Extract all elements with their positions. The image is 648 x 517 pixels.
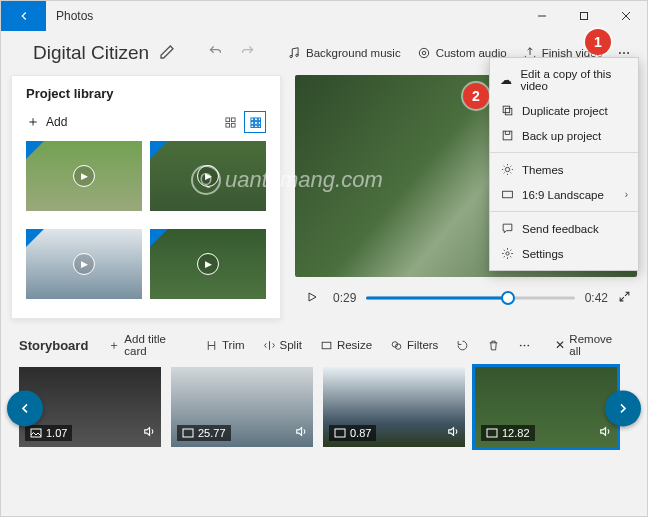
storyboard-strip: 1.07 25.77 0.87 12.82 xyxy=(1,365,647,459)
plus-icon: ＋ xyxy=(108,338,120,353)
svg-rect-12 xyxy=(231,123,235,127)
menu-aspect-label: 16:9 Landscape xyxy=(522,189,604,201)
rotate-icon xyxy=(456,339,469,352)
storyboard-clip[interactable]: 0.87 xyxy=(323,367,465,447)
play-icon: ▶ xyxy=(197,165,219,187)
video-icon xyxy=(182,428,194,438)
bg-music-label: Background music xyxy=(306,47,401,59)
fullscreen-button[interactable] xyxy=(618,290,631,306)
undo-button[interactable] xyxy=(203,44,227,62)
aspect-icon xyxy=(500,188,514,201)
clip-duration: 12.82 xyxy=(502,427,530,439)
resize-button[interactable]: Resize xyxy=(314,339,378,352)
menu-themes[interactable]: Themes xyxy=(490,152,638,182)
menu-feedback-label: Send feedback xyxy=(522,223,599,235)
svg-point-2 xyxy=(290,55,292,57)
svg-rect-37 xyxy=(502,191,512,198)
grid-small-icon xyxy=(225,117,236,128)
svg-rect-13 xyxy=(250,117,253,120)
storyboard-clip[interactable]: 25.77 xyxy=(171,367,313,447)
svg-rect-30 xyxy=(183,429,193,437)
sound-icon xyxy=(446,425,459,441)
back-button[interactable] xyxy=(1,1,46,31)
trim-icon xyxy=(205,339,218,352)
trash-icon xyxy=(487,339,500,352)
play-icon: ▶ xyxy=(73,165,95,187)
delete-button[interactable] xyxy=(481,339,506,352)
minimize-button[interactable] xyxy=(521,1,563,31)
svg-rect-17 xyxy=(254,121,257,124)
svg-rect-35 xyxy=(503,131,512,140)
play-button[interactable] xyxy=(301,291,323,306)
plus-icon: ＋ xyxy=(26,113,40,131)
music-icon xyxy=(287,46,301,60)
cloud-icon: ☁ xyxy=(500,73,512,87)
copy-icon xyxy=(500,104,514,117)
svg-rect-19 xyxy=(250,125,253,127)
add-media-button[interactable]: ＋ Add xyxy=(26,113,67,131)
svg-rect-33 xyxy=(505,108,512,115)
more-menu: ☁Edit a copy of this video Duplicate pro… xyxy=(489,57,639,271)
seek-slider[interactable] xyxy=(366,286,574,310)
video-icon xyxy=(486,428,498,438)
trim-button[interactable]: Trim xyxy=(199,339,251,352)
svg-rect-23 xyxy=(322,342,331,349)
storyboard-prev-button[interactable] xyxy=(7,390,43,426)
split-button[interactable]: Split xyxy=(257,339,308,352)
sound-icon xyxy=(142,425,155,441)
arrow-left-icon xyxy=(17,9,31,23)
sound-icon xyxy=(294,425,307,441)
menu-aspect[interactable]: 16:9 Landscape› xyxy=(490,182,638,207)
background-music-button[interactable]: Background music xyxy=(279,46,409,60)
maximize-button[interactable] xyxy=(563,1,605,31)
library-thumb[interactable]: ▶ xyxy=(26,229,142,299)
view-grid-button[interactable] xyxy=(244,111,266,133)
library-thumb[interactable]: ▶ xyxy=(26,141,142,211)
undo-icon xyxy=(208,44,223,59)
menu-feedback[interactable]: Send feedback xyxy=(490,211,638,241)
play-icon: ▶ xyxy=(197,253,219,275)
split-label: Split xyxy=(280,339,302,351)
storyboard-next-button[interactable] xyxy=(605,390,641,426)
image-icon xyxy=(30,428,42,438)
view-list-button[interactable] xyxy=(219,111,241,133)
duration: 0:42 xyxy=(585,291,608,305)
svg-point-5 xyxy=(419,48,428,57)
svg-point-27 xyxy=(524,344,526,346)
close-button[interactable] xyxy=(605,1,647,31)
sound-icon xyxy=(598,425,611,441)
clip-duration: 25.77 xyxy=(198,427,226,439)
menu-themes-label: Themes xyxy=(522,164,564,176)
filters-button[interactable]: Filters xyxy=(384,339,444,352)
remove-all-button[interactable]: ✕Remove all xyxy=(549,333,629,357)
rotate-button[interactable] xyxy=(450,339,475,352)
svg-rect-21 xyxy=(258,125,260,127)
svg-rect-11 xyxy=(225,123,229,127)
library-thumb[interactable]: ▶ xyxy=(150,229,266,299)
title-bar: Photos xyxy=(1,1,647,31)
annotation-badge: 2 xyxy=(463,83,489,109)
svg-rect-34 xyxy=(503,106,510,113)
storyboard-toolbar: Storyboard ＋Add title card Trim Split Re… xyxy=(1,325,647,365)
storyboard-title: Storyboard xyxy=(19,338,96,353)
video-icon xyxy=(334,428,346,438)
svg-rect-20 xyxy=(254,125,257,127)
menu-sync[interactable]: ☁Edit a copy of this video xyxy=(490,62,638,98)
add-title-card-button[interactable]: ＋Add title card xyxy=(102,333,193,357)
redo-button[interactable] xyxy=(235,44,259,62)
chevron-right-icon xyxy=(615,400,631,416)
remove-all-label: Remove all xyxy=(569,333,623,357)
menu-duplicate[interactable]: Duplicate project xyxy=(490,98,638,123)
rename-button[interactable] xyxy=(159,44,175,63)
storyboard-more-button[interactable] xyxy=(512,339,537,352)
library-thumb[interactable]: ▶ xyxy=(150,141,266,211)
storyboard-clip[interactable]: 12.82 xyxy=(475,367,617,447)
project-library-panel: Project library ＋ Add ▶ ▶ ▶ ▶ xyxy=(11,75,281,319)
menu-settings-label: Settings xyxy=(522,248,564,260)
add-label: Add xyxy=(46,115,67,129)
menu-settings[interactable]: Settings xyxy=(490,241,638,266)
svg-rect-9 xyxy=(225,117,229,121)
resize-label: Resize xyxy=(337,339,372,351)
chevron-left-icon xyxy=(17,400,33,416)
menu-backup[interactable]: Back up project xyxy=(490,123,638,148)
